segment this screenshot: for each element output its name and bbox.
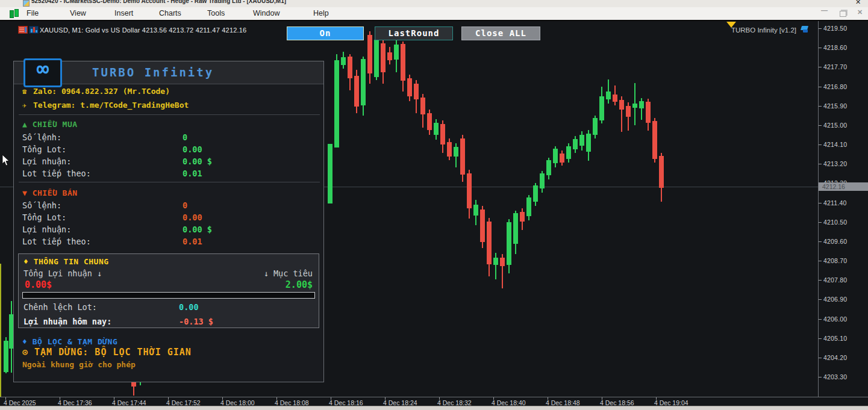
candle-body: [401, 44, 405, 81]
minimize-icon[interactable]: —: [821, 7, 828, 14]
candle-body: [540, 173, 545, 188]
ea-panel[interactable]: ∞ TURBO Infinity ☎Zalo: 0964.822.327 (Mr…: [13, 61, 324, 382]
menu-bar: FileViewInsertChartsToolsWindowHelp — ✕: [0, 7, 868, 20]
chart-left-edge-line: [0, 264, 1, 397]
info-label: Chênh lệch Lot:: [23, 302, 97, 312]
depth-of-market-icon[interactable]: [18, 26, 28, 34]
price-tick-mark: [819, 106, 822, 107]
candle-body: [381, 43, 386, 72]
last-round-button[interactable]: LastRound: [375, 26, 453, 40]
candle-body: [434, 123, 439, 135]
menu-item-view[interactable]: View: [70, 9, 86, 17]
total-profit-value: 0.00$: [25, 279, 52, 290]
price-tick-mark: [819, 319, 822, 320]
mouse-cursor: [2, 155, 10, 167]
price-tick-mark: [819, 358, 822, 358]
candle-body: [467, 173, 472, 208]
candle-body: [374, 40, 379, 77]
on-button[interactable]: On: [287, 26, 364, 40]
stat-value: 0.01: [183, 237, 202, 246]
price-tick-mark: [819, 67, 822, 67]
menu-item-insert[interactable]: Insert: [114, 9, 133, 17]
price-axis[interactable]: 4219.504218.604217.704216.804215.904215.…: [818, 21, 868, 397]
price-tick-label: 4215.90: [823, 102, 847, 110]
price-tick-label: 4209.60: [823, 238, 847, 245]
info-value: 0.00: [179, 302, 199, 312]
info-row: Lợi nhuận hôm nay:-0.13 $: [23, 317, 313, 326]
candle-body: [606, 92, 611, 99]
stat-row: Tổng Lot:0.00: [22, 213, 317, 222]
menu-item-help[interactable]: Help: [313, 9, 329, 17]
candle-body: [573, 139, 578, 149]
chart-window: XAUUSD, M1: Gold vs US Dollar 4213.56 42…: [0, 20, 868, 407]
candle-body: [454, 147, 458, 157]
info-value: -0.13 $: [179, 317, 213, 326]
candle-body: [599, 96, 604, 120]
candle-body: [387, 52, 392, 60]
price-tick-mark: [819, 299, 822, 300]
price-tick-label: 4218.60: [823, 44, 847, 51]
candle-body: [586, 134, 591, 152]
filter-section-header: ♦ BỘ LỌC & TẠM DỪNG: [22, 337, 117, 346]
candle-body: [4, 341, 8, 372]
candle-body: [407, 78, 412, 96]
price-tick-label: 4206.00: [823, 315, 847, 323]
price-tick-mark: [819, 48, 822, 48]
candle-body: [487, 222, 492, 264]
price-tick-label: 4203.30: [823, 373, 847, 380]
close-all-button[interactable]: Close ALL: [461, 26, 540, 40]
candle-body: [354, 76, 359, 107]
menu-item-window[interactable]: Window: [253, 9, 279, 17]
contact-line: ☎Zalo: 0964.822.327 (Mr.TCode): [22, 87, 170, 96]
candle-body: [560, 154, 564, 163]
bid-price-badge: 4212.16: [819, 182, 868, 191]
stat-label: Lợi nhuận:: [22, 157, 71, 166]
price-tick-mark: [819, 280, 822, 281]
menu-item-charts[interactable]: Charts: [159, 9, 181, 17]
target-label: ↓ Mục tiêu: [264, 269, 313, 278]
price-tick-mark: [819, 87, 822, 87]
menu-item-file[interactable]: File: [27, 9, 39, 17]
candle-wick: [495, 253, 496, 279]
price-tick-mark: [819, 261, 822, 261]
price-tick-mark: [819, 222, 822, 223]
chart-type-icon[interactable]: [29, 26, 39, 34]
phone-icon: ☎: [22, 87, 33, 96]
stat-row: Lợi nhuận:0.00 $: [22, 157, 317, 166]
price-tick-mark: [819, 377, 822, 377]
price-tick-label: 4205.10: [823, 335, 847, 342]
price-tick-label: 4208.70: [823, 257, 847, 264]
target-value: 2.00$: [286, 279, 313, 290]
price-tick-label: 4217.70: [823, 63, 847, 70]
stat-row: Lợi nhuận:0.00 $: [22, 225, 317, 234]
candle-body: [513, 213, 518, 244]
candle-body: [579, 135, 584, 146]
candle-body: [334, 60, 339, 148]
candle-body: [659, 156, 664, 188]
stat-label: Lợi nhuận:: [22, 225, 71, 234]
stat-label: Số lệnh:: [22, 200, 61, 210]
symbol-ohlc-info: XAUUSD, M1: Gold vs US Dollar 4213.56 42…: [40, 26, 246, 34]
candle-body: [507, 222, 511, 265]
price-tick-mark: [819, 203, 822, 203]
pause-reason-note: Ngoài khung giờ cho phép: [22, 360, 136, 369]
infinity-logo-icon: ∞: [23, 58, 62, 87]
restore-icon[interactable]: [840, 11, 846, 17]
ea-panel-title: TURBO Infinity: [92, 66, 214, 79]
candle-body: [348, 57, 352, 78]
stat-value: 0.00: [183, 213, 202, 222]
window-close-icon[interactable]: ✕: [855, 0, 861, 6]
candle-body: [553, 149, 558, 163]
candle-body: [619, 100, 624, 110]
candle-body: [646, 102, 651, 123]
price-tick-mark: [819, 28, 822, 29]
price-tick-label: 4219.50: [823, 25, 847, 32]
price-tick-label: 4214.10: [823, 141, 847, 148]
price-tick-mark: [819, 338, 822, 339]
close-icon[interactable]: ✕: [857, 8, 863, 16]
candle-body: [328, 144, 333, 203]
price-tick-mark: [819, 241, 822, 242]
price-tick-label: 4206.90: [823, 296, 847, 303]
menu-item-tools[interactable]: Tools: [207, 9, 225, 17]
stat-row: Số lệnh:0: [22, 200, 317, 210]
